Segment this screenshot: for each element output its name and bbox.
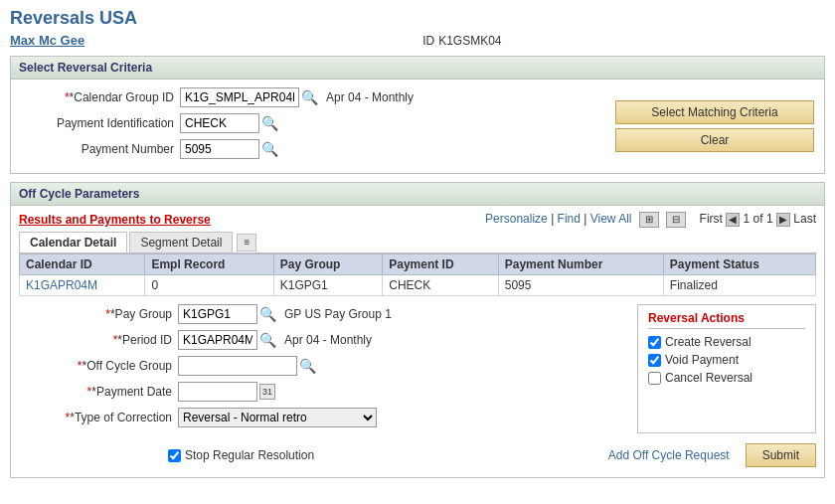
period-id-input[interactable] (178, 330, 257, 350)
col-header-payment-number: Payment Number (498, 254, 663, 275)
id-label: ID (422, 34, 434, 48)
calendar-icon[interactable]: 31 (259, 384, 275, 400)
stop-resolution-label: Stop Regular Resolution (185, 448, 314, 462)
payment-id-input[interactable] (180, 113, 259, 133)
type-correction-row: **Type of Correction Reversal - Normal r… (19, 408, 617, 427)
off-cycle-group-input[interactable] (178, 356, 297, 376)
cell-payment-number: 5095 (498, 275, 663, 296)
stop-resolution-row: Stop Regular Resolution (168, 448, 314, 462)
pay-group-label: **Pay Group (19, 307, 178, 321)
period-id-row: **Period ID 🔍 Apr 04 - Monthly (19, 330, 617, 350)
period-id-label: **Period ID (19, 333, 178, 347)
personalize-link[interactable]: Personalize (485, 212, 548, 226)
period-id-desc: Apr 04 - Monthly (284, 333, 372, 347)
type-correction-select[interactable]: Reversal - Normal retro Reversal - Off C… (178, 408, 377, 427)
reversal-actions-title: Reversal Actions (648, 311, 805, 329)
void-payment-checkbox[interactable] (648, 354, 661, 367)
calendar-group-label: **Calendar Group ID (21, 90, 180, 104)
results-links: Personalize | Find | View All ⊞ ⊟ First … (485, 212, 816, 228)
reversal-actions-box: Reversal Actions Create Reversal Void Pa… (637, 304, 816, 433)
pay-group-desc: GP US Pay Group 1 (284, 307, 392, 321)
off-cycle-group-row: **Off Cycle Group 🔍 (19, 356, 617, 376)
cell-payment-status: Finalized (663, 275, 815, 296)
pay-group-search-icon[interactable]: 🔍 (259, 306, 276, 322)
export-icon[interactable]: ⊞ (639, 212, 659, 228)
void-payment-row: Void Payment (648, 353, 805, 367)
type-correction-label: **Type of Correction (19, 411, 178, 424)
pay-group-input[interactable] (178, 304, 257, 324)
tabs-row: Calendar Detail Segment Detail ≡ (19, 232, 816, 253)
stop-resolution-checkbox[interactable] (168, 449, 181, 462)
calendar-group-desc: Apr 04 - Monthly (326, 90, 414, 104)
payment-date-input[interactable] (178, 382, 257, 402)
off-cycle-group-search-icon[interactable]: 🔍 (299, 358, 316, 374)
criteria-body: **Calendar Group ID 🔍 Apr 04 - Monthly P… (11, 80, 824, 173)
next-page-btn[interactable]: ▶ (776, 213, 790, 227)
page-info: 1 of 1 (744, 212, 773, 226)
payment-number-label: Payment Number (21, 142, 180, 156)
results-table: Calendar ID Empl Record Pay Group Paymen… (19, 253, 816, 296)
view-all-link[interactable]: View All (590, 212, 632, 226)
cell-pay-group: K1GPG1 (273, 275, 383, 296)
clear-button[interactable]: Clear (615, 128, 814, 152)
pay-group-row: **Pay Group 🔍 GP US Pay Group 1 (19, 304, 617, 324)
payment-date-row: **Payment Date 31 (19, 382, 617, 402)
calendar-group-row: **Calendar Group ID 🔍 Apr 04 - Monthly (21, 87, 595, 107)
col-header-payment-status: Payment Status (663, 254, 815, 275)
criteria-left: **Calendar Group ID 🔍 Apr 04 - Monthly P… (21, 87, 595, 165)
calendar-group-id-input[interactable] (180, 87, 299, 107)
tab-icon[interactable]: ≡ (237, 234, 256, 252)
tab-calendar-detail[interactable]: Calendar Detail (19, 232, 127, 252)
find-link[interactable]: Find (558, 212, 581, 226)
col-header-calendar-id: Calendar ID (20, 254, 145, 275)
payment-number-row: Payment Number 🔍 (21, 139, 595, 159)
cell-calendar-id[interactable]: K1GAPR04M (20, 275, 145, 296)
create-reversal-label: Create Reversal (665, 335, 752, 349)
cell-empl-record: 0 (145, 275, 273, 296)
select-reversal-section: Select Reversal Criteria **Calendar Grou… (10, 56, 825, 174)
off-cycle-section: Off Cycle Parameters Results and Payment… (10, 182, 825, 478)
col-header-payment-id: Payment ID (383, 254, 498, 275)
calendar-group-search-icon[interactable]: 🔍 (301, 89, 318, 105)
cancel-reversal-label: Cancel Reversal (665, 371, 752, 385)
id-value: K1GSMK04 (438, 34, 501, 48)
cancel-reversal-row: Cancel Reversal (648, 371, 805, 385)
grid-icon[interactable]: ⊟ (666, 212, 686, 228)
cell-payment-id: CHECK (383, 275, 498, 296)
payment-number-search-icon[interactable]: 🔍 (261, 141, 278, 157)
cancel-reversal-checkbox[interactable] (648, 372, 661, 385)
payment-number-input[interactable] (180, 139, 259, 159)
void-payment-label: Void Payment (665, 353, 739, 367)
select-matching-button[interactable]: Select Matching Criteria (615, 100, 814, 124)
submit-button[interactable]: Submit (746, 443, 816, 467)
prev-page-btn[interactable]: ◀ (726, 213, 740, 227)
payment-id-search-icon[interactable]: 🔍 (261, 115, 278, 131)
off-cycle-group-label: **Off Cycle Group (19, 359, 178, 373)
bottom-row: Stop Regular Resolution Add Off Cycle Re… (19, 439, 816, 471)
select-reversal-header: Select Reversal Criteria (11, 57, 824, 80)
results-header: Results and Payments to Reverse Personal… (19, 212, 816, 228)
col-header-empl-record: Empl Record (145, 254, 273, 275)
results-title: Results and Payments to Reverse (19, 213, 211, 227)
add-off-cycle-link[interactable]: Add Off Cycle Request (608, 448, 730, 462)
lower-form: **Pay Group 🔍 GP US Pay Group 1 **Period… (19, 304, 816, 433)
create-reversal-row: Create Reversal (648, 335, 805, 349)
user-info-row: Max Mc Gee ID K1GSMK04 (10, 33, 825, 48)
offcycle-body: Results and Payments to Reverse Personal… (11, 206, 824, 477)
period-id-search-icon[interactable]: 🔍 (259, 332, 276, 348)
criteria-right: Select Matching Criteria Clear (595, 87, 814, 165)
user-name[interactable]: Max Mc Gee (10, 33, 84, 48)
off-cycle-header: Off Cycle Parameters (11, 183, 824, 206)
table-row: K1GAPR04M 0 K1GPG1 CHECK 5095 Finalized (20, 275, 816, 296)
payment-id-row: Payment Identification 🔍 (21, 113, 595, 133)
create-reversal-checkbox[interactable] (648, 336, 661, 349)
payment-id-label: Payment Identification (21, 116, 180, 130)
tab-segment-detail[interactable]: Segment Detail (129, 232, 233, 252)
payment-date-label: **Payment Date (19, 385, 178, 399)
page-title: Reversals USA (10, 8, 825, 29)
col-header-pay-group: Pay Group (273, 254, 383, 275)
lower-form-left: **Pay Group 🔍 GP US Pay Group 1 **Period… (19, 304, 617, 433)
